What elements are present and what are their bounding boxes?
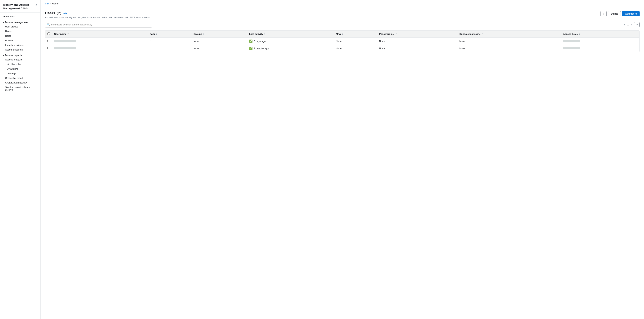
sort-path-button[interactable]: Path ▼	[150, 33, 158, 35]
refresh-button[interactable]: ↻	[600, 11, 606, 16]
sort-password-button[interactable]: Password a... ▼	[379, 33, 397, 35]
search-bar: 🔍 ‹ 1 › ⚙	[45, 22, 640, 27]
sort-icon-last-activity: ▼	[264, 33, 266, 35]
search-right: ‹ 1 › ⚙	[623, 22, 640, 27]
success-icon-1: ✅	[249, 39, 253, 43]
col-mfa[interactable]: MFA ▼	[334, 30, 377, 37]
row-2-checkbox-cell[interactable]	[45, 45, 52, 52]
sort-groups-button[interactable]: Groups ▼	[194, 33, 204, 35]
sidebar-section-access-management[interactable]: ▾ Access management	[0, 19, 40, 24]
sidebar-item-policies[interactable]: Policies	[0, 38, 40, 43]
sidebar-item-credential-report[interactable]: Credential report	[0, 76, 40, 80]
col-access-key[interactable]: Access key... ▼	[561, 30, 640, 37]
sidebar-navigation: Dashboard ▾ Access management User group…	[0, 12, 40, 94]
sort-mfa-button[interactable]: MFA ▼	[336, 33, 344, 35]
sidebar-item-users[interactable]: Users	[0, 29, 40, 33]
column-settings-button[interactable]: ⚙	[634, 22, 640, 27]
col-mfa-label: MFA	[336, 33, 341, 35]
row-2-checkbox[interactable]	[48, 47, 50, 49]
col-last-activity[interactable]: Last activity ▼	[247, 30, 334, 37]
row-2-path: /	[148, 45, 191, 52]
sidebar-section-access-reports[interactable]: ▾ Access reports	[0, 52, 40, 57]
sidebar-item-dashboard[interactable]: Dashboard	[0, 14, 40, 19]
sidebar-close-button[interactable]: ×	[35, 3, 38, 7]
row-1-mfa: None	[334, 37, 377, 45]
row-2-password: None	[377, 45, 457, 52]
table-header-row: User name ▼ Path ▼ Group	[45, 30, 640, 37]
select-all-checkbox[interactable]	[48, 32, 50, 35]
row-1-access-key	[561, 37, 640, 45]
col-password[interactable]: Password a... ▼	[377, 30, 457, 37]
row-1-password: None	[377, 37, 457, 45]
row-1-checkbox[interactable]	[48, 40, 50, 42]
row-1-checkbox-cell[interactable]	[45, 37, 52, 45]
col-console-last-sign[interactable]: Console last sign... ▼	[457, 30, 561, 37]
table-row: / None ✅ 5 days ago None None None	[45, 37, 640, 45]
user-name-placeholder-1	[54, 40, 76, 42]
page-header-left: Users (2) Info An IAM user is an identit…	[45, 11, 151, 19]
row-2-mfa: None	[334, 45, 377, 52]
sort-console-button[interactable]: Console last sign... ▼	[460, 33, 484, 35]
table-header: User name ▼ Path ▼ Group	[45, 30, 640, 37]
breadcrumb: IAM › Users	[40, 0, 644, 7]
page-content: Users (2) Info An IAM user is an identit…	[40, 7, 644, 56]
sidebar-section-label-access-management: Access management	[4, 21, 28, 23]
sidebar-item-settings[interactable]: Settings	[0, 71, 40, 76]
page-count: (2)	[57, 11, 61, 15]
page-header-actions: ↻ Delete Add users	[600, 11, 640, 16]
row-1-last-activity-text: 5 days ago	[254, 40, 266, 42]
pagination-prev-button[interactable]: ‹	[623, 22, 626, 27]
sidebar-item-archive-rules[interactable]: Archive rules	[0, 62, 40, 66]
col-console-label: Console last sign...	[460, 33, 481, 35]
sidebar-item-account-settings[interactable]: Account settings	[0, 47, 40, 52]
sidebar-title: Identity and Access Management (IAM)	[3, 3, 35, 10]
sort-access-key-button[interactable]: Access key... ▼	[563, 33, 580, 35]
col-access-key-label: Access key...	[563, 33, 578, 35]
sidebar-item-service-control-policies[interactable]: Service control policies (SCPs)	[0, 85, 40, 92]
breadcrumb-iam-link[interactable]: IAM	[45, 2, 49, 5]
col-user-name[interactable]: User name ▼	[52, 30, 148, 37]
pagination-next-button[interactable]: ›	[630, 22, 633, 27]
breadcrumb-separator: ›	[50, 2, 51, 5]
page-title: Users	[45, 11, 55, 15]
access-key-placeholder-1	[563, 40, 580, 42]
user-name-placeholder-2	[54, 47, 76, 49]
sort-user-name-button[interactable]: User name ▼	[54, 33, 69, 35]
select-all-cell[interactable]	[45, 30, 52, 37]
col-last-activity-label: Last activity	[249, 33, 263, 35]
col-path-label: Path	[150, 33, 155, 35]
table-body: / None ✅ 5 days ago None None None	[45, 37, 640, 52]
col-path[interactable]: Path ▼	[148, 30, 191, 37]
sidebar-item-user-groups[interactable]: User groups	[0, 24, 40, 29]
col-groups[interactable]: Groups ▼	[191, 30, 247, 37]
sort-icon-password: ▼	[395, 33, 397, 35]
row-2-console-last-sign: None	[457, 45, 561, 52]
col-user-name-label: User name	[54, 33, 66, 35]
sidebar-item-analyzers[interactable]: Analyzers	[0, 66, 40, 71]
col-groups-label: Groups	[194, 33, 202, 35]
sort-icon-console: ▼	[482, 33, 484, 35]
row-1-groups: None	[191, 37, 247, 45]
row-1-console-last-sign: None	[457, 37, 561, 45]
delete-button[interactable]: Delete	[608, 11, 621, 16]
search-input[interactable]	[45, 22, 152, 27]
row-1-path: /	[148, 37, 191, 45]
add-users-button[interactable]: Add users	[622, 11, 640, 16]
sidebar-section-label-access-reports: Access reports	[4, 54, 22, 56]
sort-last-activity-button[interactable]: Last activity ▼	[249, 33, 266, 35]
page-title-row: Users (2) Info	[45, 11, 151, 15]
users-table: User name ▼ Path ▼ Group	[45, 30, 640, 52]
sidebar-item-identity-providers[interactable]: Identity providers	[0, 43, 40, 47]
page-description: An IAM user is an identity with long-ter…	[45, 16, 151, 19]
sidebar: Identity and Access Management (IAM) × D…	[0, 0, 40, 319]
row-1-last-activity: ✅ 5 days ago	[247, 37, 334, 45]
breadcrumb-current: Users	[52, 2, 58, 5]
row-1-last-activity-cell: ✅ 5 days ago	[249, 39, 332, 43]
sidebar-item-organization-activity[interactable]: Organization activity	[0, 80, 40, 85]
sort-icon-access-key: ▼	[578, 33, 580, 35]
sidebar-item-access-analyzer[interactable]: Access analyzer	[0, 57, 40, 62]
table-row: / None ✅ 7 minutes ago None None None	[45, 45, 640, 52]
sidebar-item-roles[interactable]: Roles	[0, 33, 40, 38]
row-2-groups: None	[191, 45, 247, 52]
info-link[interactable]: Info	[63, 12, 67, 14]
